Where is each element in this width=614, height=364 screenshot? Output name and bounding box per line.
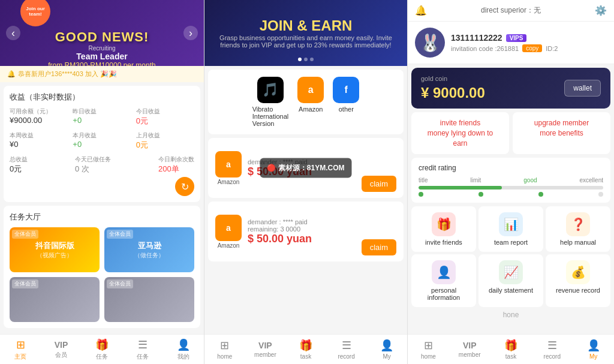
team-report-icon: 📊 bbox=[504, 217, 519, 231]
nav-home-mid[interactable]: ⊞ home bbox=[204, 335, 245, 364]
credit-dot-4 bbox=[598, 192, 603, 197]
wallet-amount: ¥ 9000.00 bbox=[421, 85, 485, 101]
home-icon-right: ⊞ bbox=[424, 339, 433, 352]
nav-home-label-right: home bbox=[421, 353, 436, 360]
wallet-btn[interactable]: wallet bbox=[564, 80, 601, 97]
user-avatar: 🐰 bbox=[415, 28, 445, 58]
month-earn: 本月收益 +0 bbox=[73, 131, 131, 151]
credit-fill bbox=[419, 186, 502, 189]
nav-record-right[interactable]: ☰ record bbox=[531, 335, 573, 364]
task-card-amazon[interactable]: 全体会员 亚马逊 （做任务） bbox=[104, 227, 194, 272]
platform-other[interactable]: f other bbox=[333, 77, 359, 127]
task-item-2: a Amazon demander : **** paid remaining:… bbox=[208, 201, 404, 261]
nav-vip-label-mid: member bbox=[254, 351, 276, 358]
invite-row: invite friends money lying down to earn … bbox=[411, 112, 610, 154]
task1-platform-label: Amazon bbox=[218, 179, 240, 185]
platform-douyin[interactable]: 🎵 VibratoInternationalVersion bbox=[252, 77, 289, 127]
task-card-grid: 全体会员 抖音国际版 （视频广告） 全体会员 亚马逊 （做任务） 全体会员 全体… bbox=[10, 227, 194, 322]
bell-icon-right: 🔔 bbox=[415, 5, 427, 16]
upgrade-member-card[interactable]: upgrade member more benefits bbox=[513, 112, 610, 154]
task-card-douyin[interactable]: 全体会员 抖音国际版 （视频广告） bbox=[10, 227, 100, 272]
nav-record-label-mid: record bbox=[338, 353, 354, 360]
wallet-card: gold coin ¥ 9000.00 wallet bbox=[411, 68, 610, 109]
menu-invite-friends[interactable]: 🎁 invite friends bbox=[411, 206, 476, 252]
task2-demander: demander : **** paid bbox=[248, 218, 396, 225]
copy-invite-btn[interactable]: copy bbox=[522, 44, 542, 52]
home-icon-mid: ⊞ bbox=[220, 339, 229, 352]
nav-task-mid[interactable]: 🎁 task bbox=[285, 335, 326, 364]
task-icon-right: 🎁 bbox=[504, 339, 517, 352]
earnings-refresh-btn[interactable]: ↻ bbox=[175, 177, 194, 196]
nav-my-label-right: My bbox=[589, 353, 597, 360]
task2-claim-btn[interactable]: claim bbox=[362, 239, 396, 255]
nav-task-left[interactable]: 🎁 任务 bbox=[82, 335, 122, 364]
task-card-4[interactable]: 全体会员 bbox=[104, 277, 194, 322]
user-phone: 13111112222 VIPS bbox=[451, 33, 607, 43]
earnings-section: 收益（非实时数据） 可用余额（元） ¥9000.00 昨日收益 +0 今日收益 … bbox=[4, 86, 200, 202]
left-panel: ‹ Join our team! GOOD NEWS! Recruiting T… bbox=[0, 0, 204, 364]
credit-label-good: good bbox=[523, 177, 537, 183]
settings-icon[interactable]: ⚙️ bbox=[595, 5, 607, 16]
invite-friends-icon: 🎁 bbox=[437, 217, 452, 231]
task-hall-title: 任务大厅 bbox=[10, 212, 194, 222]
invite-friends-card[interactable]: invite friends money lying down to earn bbox=[411, 112, 509, 154]
nav-vip-left[interactable]: VIP 会员 bbox=[41, 335, 82, 364]
notice-text: 恭喜新用户136****403 加入 🎉🎉 bbox=[18, 70, 117, 79]
yesterday-earn: 昨日收益 +0 bbox=[73, 107, 131, 127]
task-card-3[interactable]: 全体会员 bbox=[10, 277, 100, 322]
menu-help-manual[interactable]: ❓ help manual bbox=[546, 206, 610, 252]
nav-my-left[interactable]: 👤 我的 bbox=[163, 335, 204, 364]
nav-record-mid[interactable]: ☰ record bbox=[326, 335, 367, 364]
user-info: 13111112222 VIPS invitation code :261881… bbox=[451, 33, 607, 52]
team-report-label: team report bbox=[494, 239, 528, 246]
mid-bottom-nav: ⊞ home VIP member 🎁 task ☰ record 👤 My bbox=[204, 334, 407, 364]
menu-team-report[interactable]: 📊 team report bbox=[478, 206, 543, 252]
vip-icon-mid: VIP bbox=[258, 341, 272, 350]
task1-claim-btn[interactable]: claim bbox=[362, 176, 396, 192]
invite-friends-menu-label: invite friends bbox=[425, 239, 462, 246]
banner-next-btn[interactable]: › bbox=[183, 26, 198, 40]
banner-content: Join our team! GOOD NEWS! Recruiting Tea… bbox=[20, 0, 183, 66]
daily-statement-label: daily statement bbox=[489, 287, 533, 294]
nav-home-label-mid: home bbox=[217, 353, 232, 360]
personal-info-icon: 👤 bbox=[437, 265, 452, 279]
personal-info-label: personal information bbox=[428, 287, 460, 301]
task-item-1: a Amazon demander : **** paid $ 50.00 yu… bbox=[208, 138, 404, 198]
bell-icon: 🔔 bbox=[7, 70, 16, 78]
menu-daily-statement[interactable]: 📈 daily statement bbox=[478, 254, 543, 307]
nav-my-right[interactable]: 👤 My bbox=[573, 335, 614, 364]
menu-revenue-record[interactable]: 💰 revenue record bbox=[546, 254, 610, 307]
nav-task-label-mid: task bbox=[300, 353, 311, 360]
nav-vip-right[interactable]: VIP member bbox=[449, 335, 490, 364]
nav-record-left[interactable]: ☰ 任务 bbox=[122, 335, 163, 364]
menu-personal-info[interactable]: 👤 personal information bbox=[411, 254, 476, 307]
nav-task-right[interactable]: 🎁 task bbox=[490, 335, 532, 364]
banner-recruiting: Recruiting bbox=[20, 45, 183, 52]
record-icon-right: ☰ bbox=[547, 339, 557, 352]
my-icon-right: 👤 bbox=[587, 339, 600, 352]
invite-friends-icon-wrap: 🎁 bbox=[432, 212, 456, 236]
nav-home-label-left: 主页 bbox=[14, 353, 26, 361]
nav-home-left[interactable]: ⊞ 主页 bbox=[0, 335, 41, 364]
nav-vip-mid[interactable]: VIP member bbox=[245, 335, 286, 364]
task2-platform-wrap: a Amazon bbox=[215, 215, 242, 249]
available-balance: 可用余额（元） ¥9000.00 bbox=[10, 107, 68, 127]
wallet-label: gold coin bbox=[421, 75, 485, 82]
daily-statement-icon: 📈 bbox=[504, 265, 519, 279]
banner-role: Team Leader bbox=[20, 52, 183, 61]
today-earn: 今日收益 0元 bbox=[136, 107, 194, 127]
platform-amazon[interactable]: a Amazon bbox=[297, 77, 324, 127]
banner-prev-btn[interactable]: ‹ bbox=[6, 26, 20, 40]
nav-home-right[interactable]: ⊞ home bbox=[408, 335, 449, 364]
help-manual-icon: ❓ bbox=[571, 217, 586, 231]
credit-track bbox=[419, 186, 603, 189]
nav-my-mid[interactable]: 👤 My bbox=[366, 335, 407, 364]
vip-icon-right: VIP bbox=[463, 341, 477, 350]
home-icon-left: ⊞ bbox=[16, 338, 25, 351]
invite-code-text: invitation code :261881 bbox=[451, 45, 519, 52]
credit-section: credit rating title limit good excellent bbox=[411, 158, 610, 203]
earnings-title: 收益（非实时数据） bbox=[10, 92, 194, 103]
nav-vip-label-right: member bbox=[459, 351, 481, 358]
left-bottom-nav: ⊞ 主页 VIP 会员 🎁 任务 ☰ 任务 👤 我的 bbox=[0, 334, 204, 364]
invite-friends-text: invite friends money lying down to earn bbox=[428, 119, 493, 148]
